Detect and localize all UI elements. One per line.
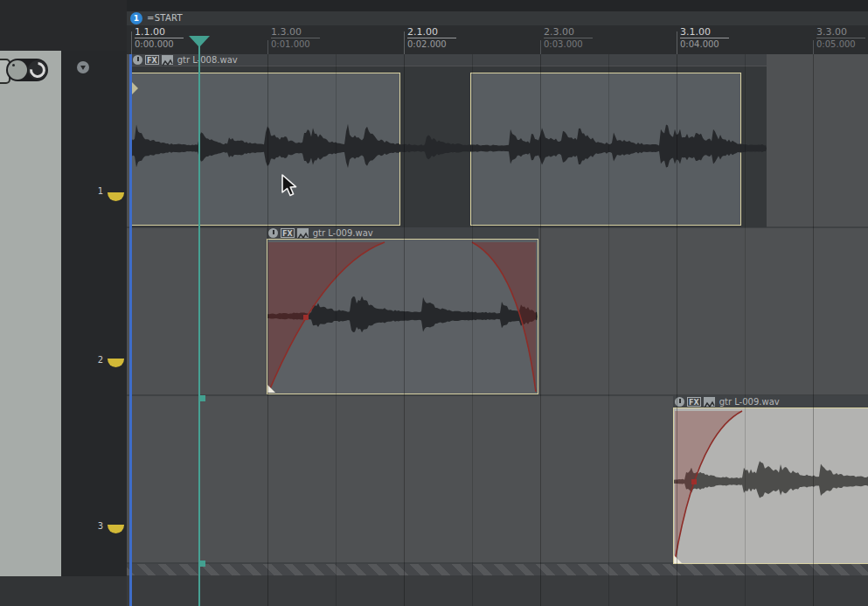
tick-line: [131, 31, 132, 54]
clock-hand: [137, 57, 139, 61]
tick-line: [677, 31, 677, 54]
panel-footer: [0, 576, 127, 606]
tick-line: [404, 31, 405, 54]
ruler-time-label: 0:03.000: [544, 39, 583, 49]
daw-arrange-window: 1 =START 1.1.00 0:00.000 1.3.00 0:01.000…: [0, 0, 868, 606]
marker-badge[interactable]: 1: [130, 12, 142, 24]
ruler-beat-label: 2.1.00: [407, 26, 456, 38]
ruler-beat-label: 1.3.00: [271, 26, 320, 38]
fade-handle-icon[interactable]: [131, 81, 138, 95]
volume-knob[interactable]: [8, 60, 27, 80]
item-envelope-icon[interactable]: [162, 55, 173, 65]
ruler-corner: [0, 0, 127, 51]
marker-lane[interactable]: 1 =START: [127, 11, 868, 25]
track-number: 3: [98, 521, 103, 531]
item-envelope-icon[interactable]: [297, 228, 309, 238]
mouse-cursor-icon: [281, 174, 301, 199]
ruler-time-label: 0:02.000: [407, 39, 447, 49]
knob-indicator-dot: [12, 64, 15, 66]
ruler-top-strip: [0, 0, 868, 11]
play-cursor-line[interactable]: [198, 38, 200, 606]
clock-hand: [273, 230, 274, 234]
timeline-ruler[interactable]: 1.1.00 0:00.000 1.3.00 0:01.000 2.1.00 0…: [127, 25, 868, 55]
fade-handle-icon[interactable]: [674, 555, 682, 563]
marker-label: =START: [147, 13, 183, 23]
item-clock-icon[interactable]: [133, 55, 142, 65]
item-fx-icon[interactable]: FX: [281, 228, 295, 238]
item-label: gtr L-008.wav: [176, 55, 238, 65]
media-item[interactable]: [673, 407, 868, 564]
pan-knob[interactable]: [28, 60, 47, 80]
ruler-time-label: 0:01.000: [271, 39, 310, 49]
track-meter-icon[interactable]: [108, 525, 124, 533]
selected-item-section[interactable]: [131, 73, 400, 226]
ruler-beat-label: 1.1.00: [135, 26, 184, 38]
track-meter-icon[interactable]: [108, 192, 124, 201]
play-cursor-notch: [200, 395, 205, 401]
ruler-beat-label: 3.1.00: [680, 26, 729, 38]
item-header[interactable]: FX gtr L-008.wav: [131, 54, 767, 66]
track-list-panel: 1 2 3: [61, 51, 127, 576]
track-resize-hatch[interactable]: [127, 564, 868, 575]
chevron-down-icon: [80, 66, 86, 70]
item-label: gtr L-009.wav: [718, 397, 780, 407]
item-envelope-icon[interactable]: [704, 397, 715, 407]
clock-hand: [679, 399, 681, 403]
tick-line: [540, 40, 541, 54]
track-meter-icon[interactable]: [108, 359, 124, 367]
edit-cursor-line[interactable]: [129, 54, 132, 606]
item-fx-icon[interactable]: FX: [145, 55, 159, 65]
ruler-beat-label: 2.3.00: [544, 26, 593, 38]
tick-line: [267, 40, 268, 54]
collapse-tracks-icon[interactable]: [77, 61, 89, 73]
selected-item-section[interactable]: [470, 73, 741, 226]
empty-area-below-tracks[interactable]: [127, 575, 868, 606]
tick-line: [813, 40, 814, 54]
item-fx-icon[interactable]: FX: [687, 397, 701, 407]
item-header[interactable]: FX gtr L-009.wav: [673, 396, 868, 407]
ruler-time-label: 0:04.000: [680, 39, 719, 49]
track-number: 1: [98, 186, 103, 196]
play-cursor-handle[interactable]: [189, 36, 210, 47]
play-cursor-notch: [200, 561, 205, 567]
media-item[interactable]: [267, 239, 538, 394]
item-label: gtr L-009.wav: [311, 228, 373, 238]
item-clock-icon[interactable]: [268, 228, 278, 238]
track-control-panel: [0, 51, 62, 576]
knob-arc: [26, 59, 48, 80]
ruler-beat-label: 3.3.00: [816, 26, 865, 38]
ruler-time-label: 0:05.000: [816, 39, 856, 49]
knob-group: [6, 59, 48, 81]
ruler-time-label: 0:00.000: [135, 39, 174, 49]
track-number: 2: [98, 355, 103, 365]
item-header[interactable]: FX gtr L-009.wav: [267, 227, 538, 239]
fade-handle-icon[interactable]: [267, 385, 275, 393]
